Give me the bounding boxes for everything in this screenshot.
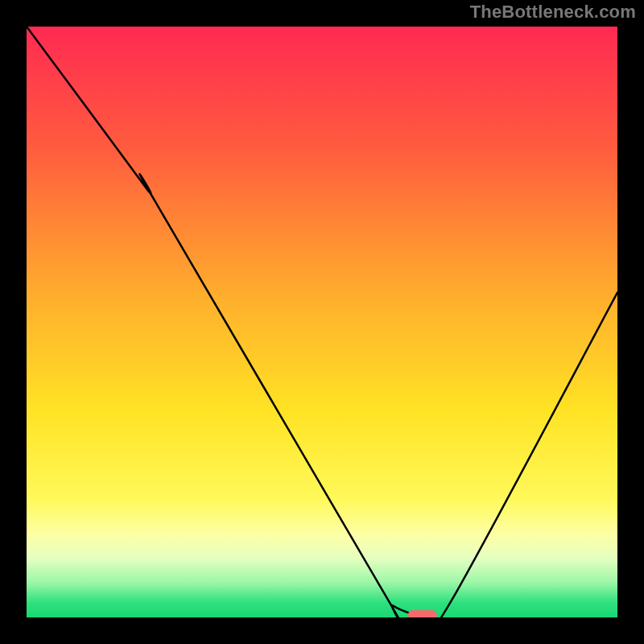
- plot-svg: [27, 27, 617, 617]
- gradient-background: [27, 27, 617, 617]
- optimal-marker: [408, 610, 437, 617]
- attribution-label: TheBottleneck.com: [470, 2, 636, 23]
- bottleneck-plot: [27, 27, 617, 617]
- chart-frame: TheBottleneck.com: [0, 0, 644, 644]
